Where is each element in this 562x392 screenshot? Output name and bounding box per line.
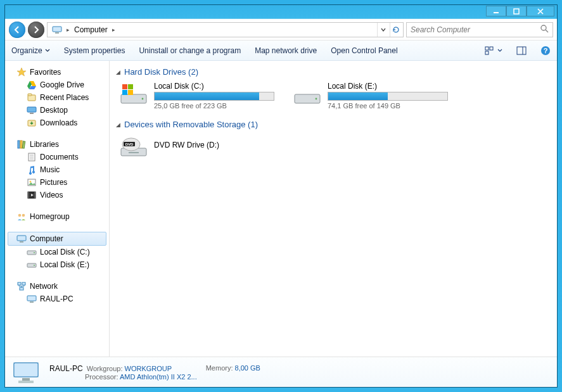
details-workgroup-value: WORKGROUP: [125, 365, 172, 372]
details-memory-key: Memory:: [206, 364, 233, 372]
address-dropdown-button[interactable]: [377, 23, 388, 37]
sidebar-item-downloads[interactable]: Downloads: [8, 117, 106, 129]
view-options-button[interactable]: [485, 46, 502, 55]
svg-rect-39: [22, 282, 25, 285]
svg-point-26: [30, 181, 32, 183]
search-input[interactable]: Search Computer: [406, 22, 553, 37]
svg-rect-40: [20, 288, 23, 290]
sidebar-item-local-disk-e[interactable]: Local Disk (E:): [8, 258, 106, 271]
sidebar-item-raul-pc[interactable]: RAUL-PC: [8, 293, 106, 305]
computer-large-icon: [11, 359, 42, 386]
help-button[interactable]: ?: [540, 46, 551, 56]
sidebar-label: Recent Places: [40, 93, 89, 102]
open-control-panel-button[interactable]: Open Control Panel: [331, 46, 397, 55]
svg-point-4: [541, 25, 546, 30]
preview-pane-button[interactable]: [516, 46, 527, 55]
homegroup-header[interactable]: Homegroup: [8, 210, 106, 223]
svg-rect-52: [129, 152, 139, 153]
sidebar-label: Videos: [40, 191, 63, 199]
collapse-icon: ◢: [116, 122, 120, 128]
section-header-hdd[interactable]: ◢ Hard Disk Drives (2): [116, 65, 551, 82]
address-bar[interactable]: ▸ Computer ▸: [47, 22, 404, 37]
close-button[interactable]: [527, 6, 554, 16]
favorites-header[interactable]: Favorites: [8, 66, 106, 79]
sidebar-item-recent-places[interactable]: Recent Places: [8, 91, 106, 104]
sidebar-label: Local Disk (E:): [40, 260, 89, 269]
music-icon: [27, 165, 37, 175]
svg-rect-42: [30, 301, 34, 303]
breadcrumb-root[interactable]: ▸ Computer ▸: [49, 23, 120, 37]
drive-label: Local Disk (C:): [154, 82, 278, 91]
sidebar-label: Homegroup: [30, 212, 70, 221]
hdd-list: Local Disk (C:) 25,0 GB free of 223 GB L…: [116, 82, 551, 110]
sidebar-label: Network: [30, 282, 58, 291]
map-drive-button[interactable]: Map network drive: [255, 46, 317, 55]
disk-icon: [27, 247, 37, 257]
svg-rect-16: [30, 113, 34, 114]
homegroup-icon: [16, 212, 27, 222]
downloads-icon: [27, 118, 37, 128]
drive-item-c[interactable]: Local Disk (C:) 25,0 GB free of 223 GB: [120, 82, 278, 110]
sidebar-label: Documents: [40, 153, 79, 161]
disk-icon: [27, 260, 37, 270]
sidebar-item-videos[interactable]: Videos: [8, 189, 106, 201]
preview-pane-icon: [516, 46, 527, 55]
sidebar-item-documents[interactable]: Documents: [8, 151, 106, 163]
minimize-button[interactable]: [486, 6, 506, 16]
details-processor-key: Processor:: [85, 373, 118, 381]
svg-line-5: [546, 30, 548, 32]
nav-row: ▸ Computer ▸ Search Computer: [5, 19, 557, 41]
sidebar-item-desktop[interactable]: Desktop: [8, 104, 106, 117]
drive-label: Local Disk (E:): [328, 82, 452, 91]
svg-rect-9: [517, 47, 526, 54]
sidebar-label: Google Drive: [40, 80, 84, 89]
sidebar-item-pictures[interactable]: Pictures: [8, 176, 106, 189]
homegroup-group: Homegroup: [8, 210, 106, 223]
svg-rect-18: [18, 141, 20, 148]
svg-rect-45: [122, 84, 127, 89]
section-title: Devices with Removable Storage (1): [124, 120, 258, 129]
sidebar-label: Music: [40, 165, 60, 174]
svg-point-37: [34, 265, 35, 266]
search-icon: [540, 24, 549, 35]
svg-rect-2: [53, 27, 61, 32]
svg-point-35: [34, 252, 35, 253]
maximize-button[interactable]: [506, 6, 527, 16]
forward-button[interactable]: [28, 22, 44, 38]
svg-rect-60: [18, 381, 34, 383]
organize-menu[interactable]: Organize: [11, 46, 50, 55]
drive-free-text: 74,1 GB free of 149 GB: [328, 102, 452, 110]
network-icon: [16, 281, 27, 291]
drive-label: DVD RW Drive (D:): [154, 134, 278, 149]
drive-item-dvd[interactable]: DVD DVD RW Drive (D:): [120, 134, 278, 160]
svg-point-31: [22, 214, 25, 217]
drive-item-e[interactable]: Local Disk (E:) 74,1 GB free of 149 GB: [293, 82, 452, 110]
network-header[interactable]: Network: [8, 280, 106, 293]
system-properties-button[interactable]: System properties: [64, 46, 125, 55]
uninstall-program-button[interactable]: Uninstall or change a program: [139, 46, 241, 55]
capacity-bar: [328, 92, 448, 101]
libraries-group: Libraries Documents Music Pictures Video…: [8, 138, 106, 201]
svg-text:DVD: DVD: [125, 142, 134, 146]
sidebar-label: Computer: [30, 234, 63, 243]
address-bar-controls: [377, 23, 401, 37]
refresh-button[interactable]: [390, 23, 401, 37]
svg-rect-38: [18, 282, 21, 285]
section-header-removable[interactable]: ◢ Devices with Removable Storage (1): [116, 117, 551, 134]
sidebar-item-local-disk-c[interactable]: Local Disk (C:): [8, 246, 106, 258]
libraries-header[interactable]: Libraries: [8, 138, 106, 151]
recent-icon: [27, 92, 37, 103]
sidebar-item-google-drive[interactable]: Google Drive: [8, 79, 106, 91]
svg-rect-36: [27, 263, 36, 267]
back-button[interactable]: [9, 22, 25, 38]
svg-rect-46: [128, 84, 133, 89]
computer-header[interactable]: Computer: [8, 232, 106, 246]
pictures-icon: [27, 177, 37, 187]
explorer-window: ▸ Computer ▸ Search Computer Organize: [4, 4, 558, 388]
svg-rect-15: [27, 107, 36, 112]
chevron-down-icon: [381, 27, 386, 32]
gdrive-icon: [27, 80, 37, 90]
documents-icon: [27, 152, 37, 162]
sidebar-label: Local Disk (C:): [40, 248, 90, 256]
sidebar-item-music[interactable]: Music: [8, 163, 106, 176]
